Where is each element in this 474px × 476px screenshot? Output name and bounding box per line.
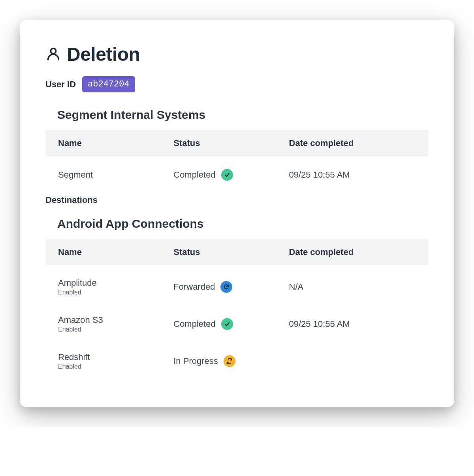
table-row: Redshift Enabled In Progress [45, 343, 429, 380]
row-sub: Enabled [58, 326, 173, 333]
col-status: Status [173, 247, 289, 257]
user-id-row: User ID ab247204 [45, 76, 429, 92]
col-date: Date completed [289, 247, 416, 257]
cell-date: 09/25 10:55 AM [289, 170, 416, 180]
svg-point-0 [51, 48, 56, 53]
table-header-connections: Name Status Date completed [45, 239, 429, 265]
row-sub: Enabled [58, 289, 173, 296]
cell-name: Segment [58, 170, 173, 180]
col-name: Name [58, 247, 173, 257]
deletion-card: Deletion User ID ab247204 Segment Intern… [20, 20, 454, 407]
status-text: Completed [173, 170, 215, 180]
status-text: Forwarded [173, 282, 215, 292]
cell-name: Amplitude Enabled [58, 278, 173, 296]
destinations-label: Destinations [45, 195, 429, 205]
cell-date: N/A [289, 282, 416, 292]
user-id-chip: ab247204 [82, 76, 135, 92]
table-header-internal: Name Status Date completed [45, 130, 429, 156]
col-date: Date completed [289, 138, 416, 148]
user-id-label: User ID [45, 79, 76, 90]
cell-name: Amazon S3 Enabled [58, 315, 173, 333]
status-text: In Progress [173, 356, 218, 366]
section-heading-connections: Android App Connections [57, 217, 429, 231]
row-name: Amazon S3 [58, 315, 173, 325]
check-icon [221, 318, 233, 330]
cell-status: Forwarded [173, 281, 289, 293]
col-name: Name [58, 138, 173, 148]
title-row: Deletion [45, 43, 429, 65]
cell-status: In Progress [173, 355, 289, 367]
cell-status: Completed [173, 318, 289, 330]
cell-name: Redshift Enabled [58, 352, 173, 370]
forward-icon [220, 281, 232, 293]
row-name: Amplitude [58, 278, 173, 288]
table-row: Amplitude Enabled Forwarded N/A [45, 268, 429, 305]
cell-status: Completed [173, 169, 289, 181]
user-icon [45, 46, 61, 63]
table-row: Amazon S3 Enabled Completed 09/25 10:55 … [45, 305, 429, 343]
table-row: Segment Completed 09/25 10:55 AM [45, 159, 429, 190]
col-status: Status [173, 138, 289, 148]
page-title: Deletion [67, 43, 140, 65]
row-name: Segment [58, 170, 173, 180]
status-text: Completed [173, 319, 215, 329]
sync-icon [224, 355, 235, 367]
row-sub: Enabled [58, 363, 173, 370]
cell-date: 09/25 10:55 AM [289, 319, 416, 329]
section-heading-internal: Segment Internal Systems [57, 108, 429, 122]
row-name: Redshift [58, 352, 173, 362]
check-icon [221, 169, 233, 181]
